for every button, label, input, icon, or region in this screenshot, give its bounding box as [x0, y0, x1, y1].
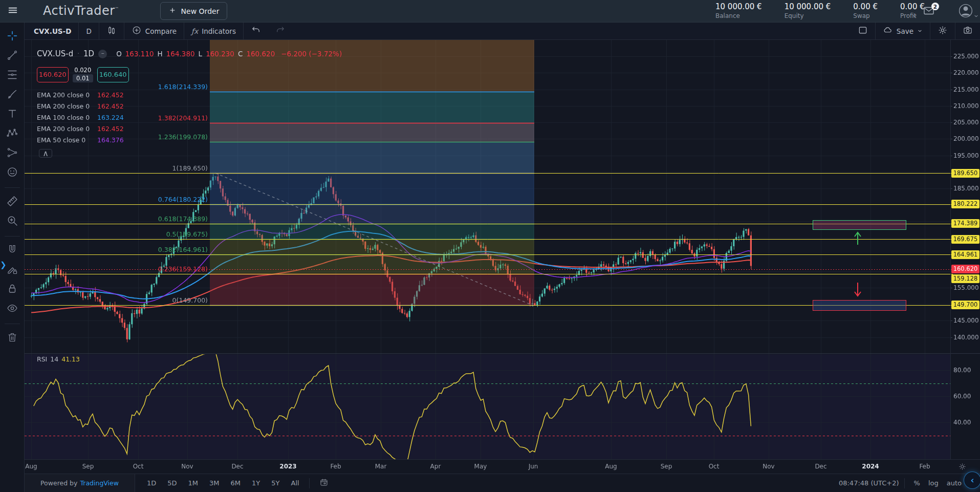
tool-xabcd-pattern[interactable]	[3, 125, 22, 143]
bid-ask-panel: 160.620 0.020 0.01 160.640	[37, 67, 129, 82]
screenshot-button[interactable]	[955, 23, 980, 40]
tool-zoom-in[interactable]	[3, 212, 22, 231]
tool-magnet[interactable]	[3, 242, 22, 260]
messages-button[interactable]: 2	[921, 5, 937, 19]
tool-brush[interactable]	[3, 86, 22, 104]
time-tick-label: Jun	[529, 463, 538, 470]
range-6m[interactable]: 6M	[226, 478, 246, 488]
tool-crosshair[interactable]	[3, 28, 22, 46]
rsi-legend[interactable]: RSI 14 41.13	[37, 355, 80, 363]
price-level-badge: 189.650	[951, 169, 979, 178]
account-swap: 0.00 €Swap	[853, 2, 878, 20]
fib-level-label[interactable]: 1.618(214.339)	[126, 83, 208, 91]
symbol-button[interactable]: CVX.US-D	[25, 23, 78, 40]
scale-percent[interactable]: %	[910, 478, 924, 488]
fib-level-label[interactable]: 0.764(180.222)	[126, 196, 208, 203]
chart-settings-button[interactable]	[930, 23, 955, 40]
indicator-row[interactable]: EMA 200 close 0162.452	[37, 100, 124, 112]
fib-level-label[interactable]: 0.618(174.389)	[126, 215, 208, 223]
rail-separator	[5, 324, 20, 324]
tool-trend-line[interactable]	[3, 47, 22, 66]
account-caret-icon[interactable]	[912, 11, 918, 17]
fib-level-label[interactable]: 0(149.700)	[126, 296, 208, 304]
tool-lock-all[interactable]	[3, 281, 22, 299]
sell-bid-button[interactable]: 160.620	[37, 67, 69, 82]
chevron-right-icon: ❯	[0, 260, 7, 269]
tool-remove-drawings[interactable]	[3, 329, 22, 348]
collapse-legend-button[interactable]: ∧	[39, 149, 52, 158]
upper-target-rectangle[interactable]	[813, 220, 906, 230]
range-1m[interactable]: 1M	[184, 478, 203, 488]
menu-button[interactable]	[5, 4, 20, 19]
time-tick-label: Feb	[330, 463, 341, 470]
time-tick-label: Aug	[25, 463, 37, 470]
time-axis-settings-icon[interactable]	[958, 462, 967, 473]
indicator-row[interactable]: EMA 100 close 0163.224	[37, 112, 124, 123]
account-value: 10 000.00 €	[785, 2, 831, 12]
range-all[interactable]: All	[287, 478, 304, 488]
legend-symbol[interactable]: CVX.US-d	[37, 49, 73, 58]
indicator-value: 162.452	[97, 125, 124, 133]
fib-level-label[interactable]: 0.236(159.128)	[126, 265, 208, 273]
scale-log[interactable]: log	[924, 478, 943, 488]
tool-text-tool[interactable]	[3, 105, 22, 124]
fib-level-label[interactable]: 0.382(164.961)	[126, 246, 208, 253]
tool-fib-retracement[interactable]	[3, 67, 22, 85]
range-5y[interactable]: 5Y	[267, 478, 284, 488]
tool-hide-drawings[interactable]	[3, 300, 22, 318]
layout-button[interactable]	[851, 23, 875, 40]
collapse-panel-button[interactable]: ‹	[964, 472, 980, 488]
redo-button[interactable]	[268, 23, 293, 40]
account-label: Swap	[853, 12, 878, 20]
tool-emoji[interactable]	[3, 164, 22, 182]
object-tree-toggle[interactable]: ❯	[0, 258, 7, 271]
range-1y[interactable]: 1Y	[247, 478, 265, 488]
tool-forecast[interactable]	[3, 144, 22, 163]
hide-drawings-icon	[6, 302, 18, 316]
bottom-bar: Powered by TradingView 1D5D1M3M6M1Y5YAll…	[25, 474, 980, 492]
user-avatar[interactable]	[958, 4, 973, 19]
price-level-badge: 159.128	[951, 274, 979, 283]
compare-button[interactable]: Compare	[124, 23, 184, 40]
scale-buttons: %logauto	[910, 478, 966, 488]
indicator-row[interactable]: EMA 200 close 0162.452	[37, 89, 124, 100]
range-3m[interactable]: 3M	[205, 478, 224, 488]
indicator-row[interactable]: EMA 200 close 0162.452	[37, 123, 124, 134]
clock-button[interactable]: 08:47:48 (UTC+2)	[839, 479, 899, 487]
tradingview-link[interactable]: TradingView	[80, 479, 119, 487]
ohlc-key: H	[158, 50, 163, 58]
lower-target-rectangle[interactable]	[813, 300, 906, 311]
chart-legend: CVX.US-d · 1D – O163.110H164.380L160.230…	[37, 49, 342, 58]
hamburger-icon	[7, 8, 18, 18]
range-5d[interactable]: 5D	[163, 478, 181, 488]
indicator-label: EMA 50 close 0	[37, 136, 97, 144]
chevron-left-icon: ‹	[970, 475, 974, 485]
fib-level-label[interactable]: 1.382(204.911)	[126, 114, 208, 122]
plus-icon	[168, 6, 177, 16]
time-axis[interactable]: AugSepOctNovDec2023FebMarAprMayJunAugSep…	[25, 459, 980, 474]
indicators-button[interactable]: ƒx Indicators	[184, 23, 243, 40]
time-tick-label: Dec	[815, 463, 826, 470]
fib-level-label[interactable]: 1.236(199.078)	[126, 133, 208, 141]
avatar-caret-icon[interactable]	[973, 11, 978, 16]
fib-level-label[interactable]: 1(189.650)	[126, 164, 208, 172]
tool-ruler[interactable]	[3, 193, 22, 211]
buy-ask-button[interactable]: 160.640	[97, 67, 129, 82]
range-1d[interactable]: 1D	[142, 478, 161, 488]
rsi-tick-label: 60.00	[953, 393, 971, 400]
hide-series-chip[interactable]: –	[98, 50, 107, 58]
chart-type-button[interactable]	[99, 23, 124, 40]
spread-value: 0.020	[74, 67, 91, 74]
undo-button[interactable]	[244, 23, 268, 40]
interval-button[interactable]: D	[79, 23, 98, 40]
save-button[interactable]: Save	[876, 23, 930, 40]
account-balance: 10 000.00 €Balance	[715, 2, 762, 20]
go-to-date-button[interactable]	[315, 476, 333, 490]
fib-level-label[interactable]: 0.5(169.675)	[126, 230, 208, 238]
drawing-toolbar	[0, 23, 25, 492]
indicator-row[interactable]: EMA 50 close 0164.376	[37, 134, 124, 145]
ruler-icon	[6, 195, 18, 209]
scale-auto[interactable]: auto	[943, 478, 966, 488]
new-order-button[interactable]: New Order	[160, 2, 227, 20]
chevron-down-icon	[917, 27, 923, 35]
